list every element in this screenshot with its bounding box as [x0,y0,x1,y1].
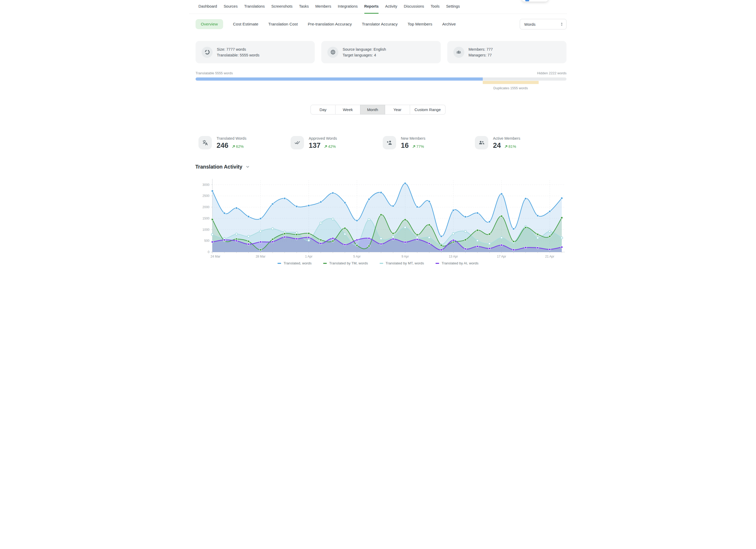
top-nav-item-members[interactable]: Members [315,4,331,14]
top-nav-item-settings[interactable]: Settings [446,4,460,14]
trend-up-icon [324,145,327,148]
top-nav-item-tools[interactable]: Tools [431,4,440,14]
managers-count-text: Managers: 77 [469,52,493,58]
svg-text:24 Mar: 24 Mar [211,255,220,258]
stat-cards: Translated Words 246 62% Approved Words … [198,136,567,149]
top-nav-item-reports[interactable]: Reports [364,4,379,14]
select-arrows-icon [560,22,564,27]
report-tab-top-members[interactable]: Top Members [408,22,432,27]
stat-label: Active Members [493,136,520,140]
summary-card-size: Size: 7777 words Translatable: 5555 word… [196,41,315,63]
stat-delta: 42% [328,144,336,149]
legend-dash-ai [435,263,439,264]
legend-dash-translated [277,263,281,264]
svg-text:21 Apr: 21 Apr [545,255,554,258]
top-nav-item-tasks[interactable]: Tasks [299,4,309,14]
progress-right-label: Hidden 2222 words [537,71,566,75]
trend-up-icon [232,145,235,148]
range-tab-day[interactable]: Day [311,105,335,114]
legend-item-translated[interactable]: Translated, words [277,261,312,265]
report-tab-overview[interactable]: Overview [196,19,223,29]
report-tabs: Overview Cost Estimate Translation Cost … [189,14,567,29]
stat-value: 137 [309,142,321,149]
members-icon [453,47,464,58]
report-tab-translation-cost[interactable]: Translation Cost [268,22,298,27]
progress-track [196,77,566,81]
summary-card-languages: Source language: English Target language… [321,41,440,63]
svg-text:28 Mar: 28 Mar [256,255,265,258]
range-tab-week[interactable]: Week [335,105,360,114]
stat-new-members: New Members 16 77% [383,136,475,149]
svg-text:1000: 1000 [202,228,209,232]
progress-translatable-bar [196,77,483,81]
stat-delta: 62% [236,144,244,149]
summary-cards: Size: 7777 words Translatable: 5555 word… [196,41,566,63]
top-nav-item-screenshots[interactable]: Screenshots [271,4,293,14]
legend-dash-tm [323,263,327,264]
people-icon [475,136,488,149]
chevron-down-icon[interactable] [245,165,250,169]
legend-item-ai[interactable]: Translated by AI, words [435,261,479,265]
progress-left-label: Translatable 5555 words [196,71,233,75]
stat-label: Approved Words [309,136,337,140]
target-languages-text: Target languages: 4 [343,52,386,58]
chart-legend: Translated, words Translated by TM, word… [189,261,567,265]
svg-text:500: 500 [204,239,209,243]
svg-text:2000: 2000 [202,205,209,209]
top-nav-item-dashboard[interactable]: Dashboard [198,4,217,14]
report-tab-archive[interactable]: Archive [442,22,456,27]
stat-label: New Members [401,136,425,140]
svg-text:1500: 1500 [202,217,209,220]
trend-up-icon [504,145,508,148]
svg-text:2500: 2500 [202,194,209,198]
svg-text:3000: 3000 [202,183,209,187]
svg-text:13 Apr: 13 Apr [449,255,458,258]
activity-chart: 05001000150020002500300024 Mar28 Mar1 Ap… [189,174,567,261]
reports-page: Dashboard Sources Translations Screensho… [189,0,567,275]
stat-approved-words: Approved Words 137 42% [291,136,383,149]
stat-translated-words: Translated Words 246 62% [198,136,291,149]
translate-icon [198,136,212,149]
duplicates-label: Duplicates 1555 words [483,86,539,90]
svg-text:9 Apr: 9 Apr [401,255,409,258]
top-nav-item-sources[interactable]: Sources [224,4,238,14]
legend-item-tm[interactable]: Translated by TM, words [323,261,368,265]
range-tabs: Day Week Month Year Custom Range [189,105,567,114]
top-nav: Dashboard Sources Translations Screensho… [189,0,567,14]
cutoff-blue-button[interactable] [525,0,529,1]
svg-text:0: 0 [208,250,209,254]
svg-text:17 Apr: 17 Apr [497,255,506,258]
project-size-text: Size: 7777 words [217,46,259,52]
range-tab-year[interactable]: Year [385,105,410,114]
person-plus-icon [383,136,396,149]
project-translatable-text: Translatable: 5555 words [217,52,259,58]
stat-delta: 77% [416,144,424,149]
legend-dash-mt [380,263,383,264]
svg-text:1 Apr: 1 Apr [305,255,312,258]
stat-label: Translated Words [217,136,246,140]
svg-text:5 Apr: 5 Apr [353,255,361,258]
stat-delta: 81% [508,144,516,149]
stat-value: 24 [493,142,501,149]
unit-select[interactable]: Words [520,19,566,29]
range-tab-custom-range[interactable]: Custom Range [410,105,445,114]
legend-item-mt[interactable]: Translated by MT, words [380,261,424,265]
range-tab-month[interactable]: Month [360,105,385,114]
top-nav-item-activity[interactable]: Activity [385,4,397,14]
top-nav-item-integrations[interactable]: Integrations [338,4,358,14]
trend-up-icon [412,145,416,148]
progress-duplicates-bar [483,81,539,84]
double-check-icon [291,136,304,149]
section-title: Translation Activity [195,164,242,170]
words-progress: Translatable 5555 words Hidden 2222 word… [196,71,566,90]
summary-card-members: Members: 777 Managers: 77 [447,41,566,63]
report-tab-translator-accuracy[interactable]: Translator Accuracy [362,22,397,27]
report-tab-cost-estimate[interactable]: Cost Estimate [233,22,258,27]
stat-active-members: Active Members 24 81% [475,136,567,149]
source-language-text: Source language: English [343,46,386,52]
stat-value: 246 [217,142,228,149]
top-nav-item-translations[interactable]: Translations [244,4,265,14]
globe-icon [327,47,338,58]
top-nav-item-discussions[interactable]: Discussions [404,4,424,14]
report-tab-pretranslation-accuracy[interactable]: Pre-translation Accuracy [308,22,352,27]
